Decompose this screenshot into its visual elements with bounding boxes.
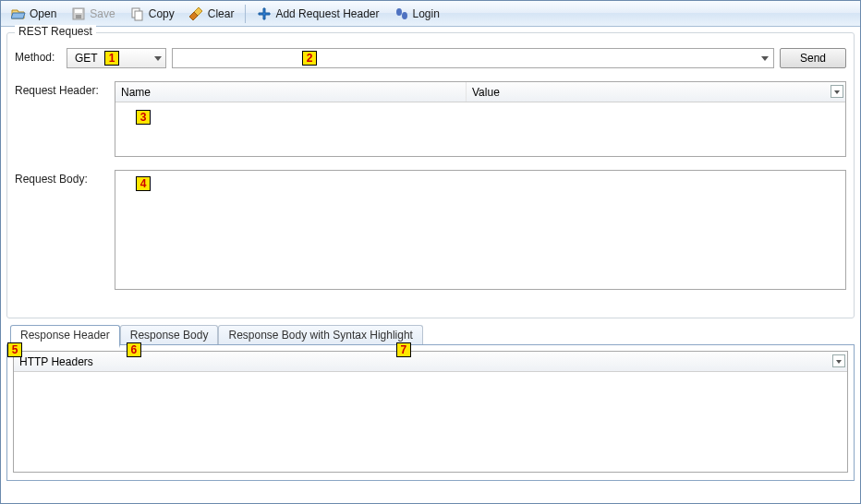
method-select[interactable]: GET 1	[67, 48, 166, 68]
annotation-marker: 3	[136, 110, 151, 125]
svg-rect-4	[135, 11, 142, 20]
response-grid-header: HTTP Headers	[14, 352, 847, 372]
send-label: Send	[800, 52, 826, 65]
svg-rect-2	[76, 15, 81, 18]
tab-response-body[interactable]: Response Body 6	[120, 325, 219, 345]
login-button[interactable]: Login	[388, 4, 446, 24]
clear-label: Clear	[208, 7, 235, 20]
chevron-down-icon	[761, 56, 769, 61]
method-value: GET	[75, 52, 98, 65]
grid-options-icon[interactable]	[832, 354, 845, 367]
method-label: Method:	[15, 48, 67, 64]
copy-label: Copy	[149, 7, 175, 20]
add-request-header-button[interactable]: Add Request Header	[250, 4, 385, 24]
panel-title: REST Request	[15, 25, 96, 38]
tab-response-body-syntax[interactable]: Response Body with Syntax Highlight 7	[218, 325, 422, 345]
annotation-marker: 1	[104, 51, 119, 66]
footprint-login-icon	[394, 6, 409, 21]
folder-open-icon	[11, 6, 26, 21]
toolbar-separator	[245, 5, 246, 23]
column-header-name[interactable]: Name	[115, 82, 467, 102]
tab-label: Response Body	[130, 329, 209, 342]
main-toolbar: Open Save Copy Clear Add Request Header …	[1, 1, 860, 27]
response-tabs-container: Response Header 5 Response Body 6 Respon…	[6, 324, 855, 481]
save-label: Save	[90, 7, 115, 20]
request-header-label: Request Header:	[15, 81, 115, 97]
column-header-http-headers[interactable]: HTTP Headers	[19, 355, 93, 368]
request-body-label: Request Body:	[15, 170, 115, 186]
plus-icon	[257, 6, 272, 21]
annotation-marker: 4	[136, 176, 151, 191]
grid-header-row: Name Value	[115, 82, 845, 102]
annotation-marker: 2	[302, 51, 317, 66]
url-input[interactable]: 2	[172, 48, 774, 68]
send-button[interactable]: Send	[780, 48, 846, 68]
column-header-value[interactable]: Value	[467, 82, 845, 102]
login-label: Login	[413, 7, 440, 20]
svg-point-6	[402, 12, 407, 19]
tab-label: Response Header	[20, 329, 110, 342]
response-headers-grid[interactable]: HTTP Headers	[13, 351, 848, 473]
grid-options-icon[interactable]	[831, 85, 843, 98]
rest-request-panel: REST Request Method: GET 1 2 Send Reques…	[6, 32, 855, 318]
svg-rect-1	[75, 9, 82, 13]
clear-button[interactable]: Clear	[183, 4, 241, 24]
response-tabs: Response Header 5 Response Body 6 Respon…	[6, 324, 855, 344]
svg-point-5	[396, 8, 402, 16]
request-body-textarea[interactable]: 4	[115, 170, 846, 290]
tab-label: Response Body with Syntax Highlight	[228, 329, 412, 342]
copy-button[interactable]: Copy	[124, 4, 181, 24]
tab-response-header[interactable]: Response Header 5	[10, 325, 120, 348]
response-area: HTTP Headers	[6, 344, 855, 481]
open-button[interactable]: Open	[5, 4, 63, 24]
save-button[interactable]: Save	[65, 4, 121, 24]
broom-clear-icon	[189, 6, 204, 21]
copy-icon	[130, 6, 145, 21]
chevron-down-icon	[154, 56, 162, 61]
request-header-grid[interactable]: Name Value 3	[115, 81, 846, 157]
open-label: Open	[30, 7, 56, 20]
floppy-save-icon	[71, 6, 86, 21]
add-header-label: Add Request Header	[275, 7, 379, 20]
